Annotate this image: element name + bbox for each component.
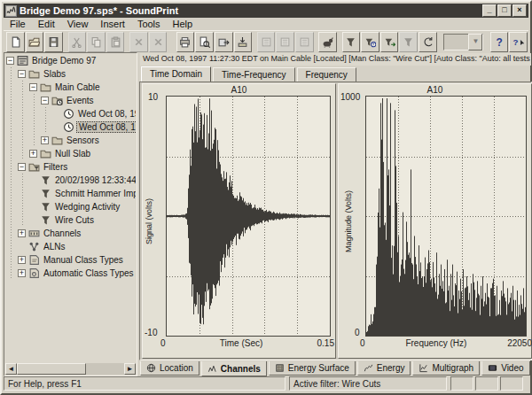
tree-item-slabs[interactable]: −Slabs: [5, 67, 136, 81]
tree-item-null-slab[interactable]: +Null Slab: [5, 147, 136, 160]
list-b-icon: [279, 36, 291, 48]
preview-button[interactable]: [195, 32, 214, 52]
tree-item-label: Bridge Demo 97: [30, 56, 98, 66]
tree-item-alns[interactable]: ALNs: [5, 240, 136, 253]
clock-icon: [63, 108, 76, 120]
list-b-button[interactable]: [276, 32, 294, 52]
chevron-down-icon[interactable]: ▼: [468, 34, 482, 50]
tab-multigraph[interactable]: Multigraph: [412, 361, 480, 376]
tab-location[interactable]: Location: [140, 361, 200, 376]
folder-icon: [40, 148, 53, 159]
menu-item-edit[interactable]: Edit: [32, 18, 61, 30]
open-folder-button[interactable]: [26, 32, 44, 52]
close-button[interactable]: ×: [512, 4, 527, 17]
minimize-button[interactable]: _: [482, 4, 497, 17]
folder-icon: [28, 68, 42, 80]
tree-guide: [5, 240, 17, 253]
menu-item-help[interactable]: Help: [167, 18, 200, 30]
expand-toggle[interactable]: +: [18, 256, 26, 264]
tree-item-manual-class-types[interactable]: +Manual Class Types: [5, 253, 136, 267]
filter-off-button[interactable]: [399, 32, 418, 52]
status-active-filter: Active filter: Wire Cuts: [289, 376, 447, 391]
refresh-button[interactable]: [419, 32, 437, 52]
x-axis-max-label: 0.15: [317, 338, 334, 348]
tree-guide: [5, 253, 17, 267]
tree-item-sensors[interactable]: +Sensors: [5, 134, 136, 147]
tree-guide: [5, 267, 17, 280]
context-help-button[interactable]: ?: [509, 32, 528, 52]
collapse-toggle[interactable]: −: [6, 57, 14, 65]
cut-button[interactable]: [68, 32, 87, 52]
list-a-icon: [261, 36, 272, 48]
expand-toggle[interactable]: +: [18, 269, 26, 277]
menu-item-tools[interactable]: Tools: [131, 18, 167, 30]
filter-help-icon: [364, 36, 376, 48]
expand-toggle[interactable]: +: [29, 150, 37, 158]
filter-new-button[interactable]: [342, 32, 361, 52]
browse-dog-button[interactable]: [318, 32, 337, 52]
menu-item-file[interactable]: File: [4, 18, 32, 30]
tree-item-bridge-demo-97[interactable]: −Bridge Demo 97: [5, 54, 136, 67]
app-icon: [17, 55, 30, 66]
scroll-right-button[interactable]: ►: [124, 363, 136, 375]
collapse-toggle[interactable]: −: [29, 83, 37, 91]
tree-item-channels[interactable]: +Channels: [5, 227, 136, 240]
tree-item-label: Schmitt Hammer Impacts: [53, 189, 136, 198]
tab-video[interactable]: Video: [481, 361, 529, 376]
send-button[interactable]: [234, 32, 253, 52]
expand-toggle[interactable]: +: [41, 136, 49, 144]
list-c-button[interactable]: [295, 32, 314, 52]
tab-frequency[interactable]: Frequency: [297, 67, 356, 81]
scroll-left-button[interactable]: ◄: [5, 363, 17, 375]
collapse-toggle[interactable]: −: [18, 163, 26, 171]
x-axis-min-label: 0: [160, 338, 166, 348]
copy-button[interactable]: [87, 32, 106, 52]
time-domain-plot: [167, 97, 330, 336]
tree-item-schmitt-hammer-impacts[interactable]: Schmitt Hammer Impacts: [5, 187, 136, 200]
tab-time-domain[interactable]: Time Domain: [141, 66, 211, 81]
globe-icon: [146, 363, 156, 373]
collapse-toggle[interactable]: −: [41, 97, 49, 105]
tree-item-wedging-activity[interactable]: Wedging Activity: [5, 200, 136, 213]
expand-toggle[interactable]: +: [18, 229, 26, 237]
tab-energy-surface[interactable]: Energy Surface: [269, 361, 356, 376]
tree-item-20-02-1998-12-33-44-ms[interactable]: 20/02/1998 12:33:44 MS: [5, 174, 136, 187]
maximize-button[interactable]: □: [497, 4, 512, 17]
delete-x-button[interactable]: [129, 32, 148, 52]
help-button[interactable]: ?: [490, 32, 509, 52]
save-button[interactable]: [44, 32, 63, 52]
menu-item-insert[interactable]: Insert: [94, 18, 131, 30]
list-a-button[interactable]: [257, 32, 276, 52]
tab-energy[interactable]: Energy: [357, 361, 411, 376]
collapse-toggle[interactable]: −: [18, 70, 26, 78]
tree-horizontal-scrollbar[interactable]: ◄ ►: [5, 363, 136, 375]
send-icon: [237, 36, 248, 48]
preview-icon: [199, 36, 210, 48]
toolbar-combobox[interactable]: ▼: [443, 34, 483, 50]
delete-x2-button[interactable]: [149, 32, 168, 52]
aln-icon: [28, 241, 42, 252]
tree-item-wed-oct-08-199[interactable]: Wed Oct 08, 199: [5, 107, 136, 120]
filter-help-button[interactable]: [361, 32, 379, 52]
x-axis-row: 0 Frequency (Hz) 22050: [360, 338, 532, 348]
project-tree: −Bridge Demo 97−Slabs−Main Cable−EventsW…: [5, 54, 136, 362]
tab-time-frequency[interactable]: Time-Frequency: [213, 67, 294, 81]
print-button[interactable]: [176, 32, 195, 52]
tree-guide: [17, 174, 28, 187]
event-info-bar: Wed Oct 08, 1997 11:27:30 EDT on Main Ca…: [140, 53, 531, 66]
new-doc-button[interactable]: [6, 32, 25, 52]
tree-guide: [28, 120, 40, 134]
tree-item-label: Wed Oct 08, 199: [76, 121, 136, 133]
tree-item-filters[interactable]: −Filters: [5, 160, 136, 174]
y-axis-max-label: 1000: [340, 92, 360, 102]
scrollbar-thumb[interactable]: [17, 363, 86, 375]
export-button[interactable]: [215, 32, 233, 52]
filter-run-button[interactable]: [380, 32, 399, 52]
tree-item-wed-oct-08-199[interactable]: Wed Oct 08, 199: [5, 120, 136, 134]
menu-item-view[interactable]: View: [61, 18, 95, 30]
tree-item-events[interactable]: −Events: [5, 94, 136, 107]
tree-item-wire-cuts[interactable]: Wire Cuts: [5, 213, 136, 227]
tree-item-automatic-class-types[interactable]: +Automatic Class Types: [5, 267, 136, 280]
paste-button[interactable]: [106, 32, 125, 52]
tree-item-main-cable[interactable]: −Main Cable: [5, 81, 136, 94]
